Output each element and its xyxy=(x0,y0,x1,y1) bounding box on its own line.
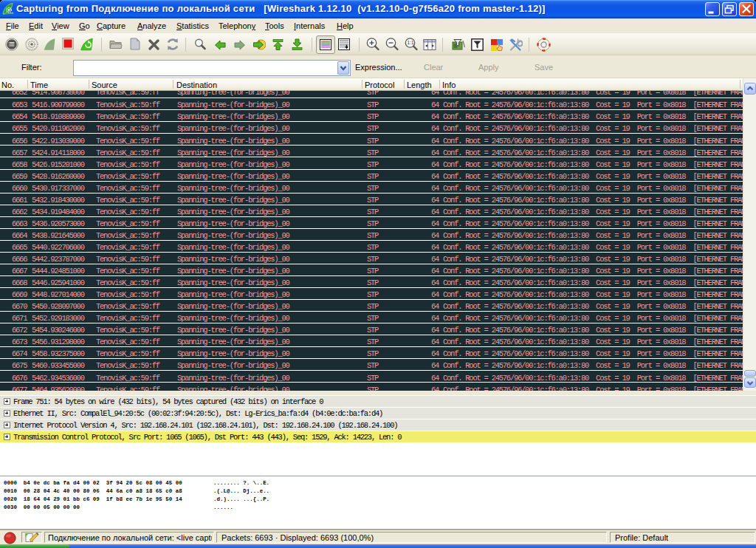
svg-text:1:1: 1:1 xyxy=(408,40,414,45)
